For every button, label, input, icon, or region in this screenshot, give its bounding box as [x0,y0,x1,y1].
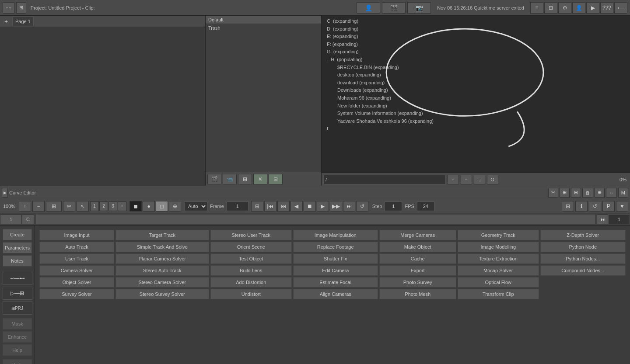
node-edit-camera[interactable]: Edit Camera [293,265,378,276]
grid-btn[interactable]: ⊞ [16,2,26,14]
vt-btn-2[interactable]: 📹 [223,174,237,184]
tree-item-moharam[interactable]: Moharam 96 (expanding) [325,94,626,102]
node-add-distortion[interactable]: Add Distortion [210,277,292,288]
loop-btn[interactable]: ↺ [356,201,368,211]
create-btn[interactable]: Create [3,229,32,240]
node-transform-clip[interactable]: Transform Clip [458,289,539,299]
vt-btn-1[interactable]: 🎬 [207,174,221,184]
go-start-btn[interactable]: |⏮ [264,201,276,211]
auto-select[interactable]: Auto [184,201,207,211]
tree-item-g[interactable]: G: (expanding) [325,48,626,56]
node-image-manipulation[interactable]: Image Manipulation [293,230,378,240]
node-image-modelling[interactable]: Image Modelling [458,242,539,252]
help-btn[interactable]: Help [3,344,32,356]
color-btn-3[interactable]: ◻ [156,201,168,211]
node-photo-survey[interactable]: Photo Survey [379,277,456,288]
layout-btn[interactable]: ⊟ [544,2,557,14]
timeline-end-btn[interactable]: |⏭ [597,215,608,224]
ce-toggle-btn[interactable]: ▶ [2,188,8,198]
tree-item-yadvare[interactable]: Yadvare Shohada Veleshkola 96 (expanding… [325,118,626,125]
tool-icon-2[interactable]: ▷—⊞ [3,287,32,300]
node-survey-solver[interactable]: Survey Solver [39,289,114,299]
tree-item-d[interactable]: D: (expanding) [325,25,626,33]
num-btn-3[interactable]: 3 [108,201,117,211]
path-g-btn[interactable]: G [487,175,498,184]
node-target-track[interactable]: Target Track [116,230,209,240]
ce-paste-btn[interactable]: ⊟ [571,188,581,198]
info-btn[interactable]: ℹ [575,201,588,211]
back-btn[interactable]: ⟵ [614,2,627,14]
p-btn[interactable]: P [602,201,615,211]
tree-item-f[interactable]: F: (expanding) [325,41,626,49]
node-z-depth-solver[interactable]: Z-Depth Solver [540,230,626,240]
tree-item-downloads[interactable]: Downloads (expanding) [325,87,626,94]
vt-btn-4[interactable]: ✕ [253,174,267,184]
frame-input[interactable] [227,201,248,211]
color-btn-2[interactable]: ● [143,201,155,211]
tree-item-c[interactable]: C: (expanding) [325,17,626,25]
prev-frame-btn[interactable]: ◀ [290,201,303,211]
node-python-nodes[interactable]: Python Nodes... [540,253,626,264]
timeline-bar[interactable] [36,215,595,224]
num-btn-plus[interactable]: + [118,201,126,211]
path-minus-btn[interactable]: − [461,175,472,184]
tool-icon-1[interactable]: ⊸—⊷ [3,272,32,285]
ce-add-btn[interactable]: ⊕ [595,188,605,198]
fit-btn[interactable]: ⊞ [46,201,62,211]
undo-btn[interactable]: Undo [3,359,32,364]
go-end-btn[interactable]: ⏭ [343,201,355,211]
node-build-lens[interactable]: Build Lens [210,265,292,276]
select-btn[interactable]: ↖ [77,201,89,211]
node-align-cameras[interactable]: Align Cameras [293,289,378,299]
node-stereo-camera-solver[interactable]: Stereo Camera Solver [116,277,209,288]
enhance-btn[interactable]: Enhance [3,331,32,343]
parameters-btn[interactable]: Parameters [3,242,32,253]
zoom-in-btn[interactable]: + [19,201,31,211]
node-orient-scene[interactable]: Orient Scene [210,242,292,252]
node-python-node[interactable]: Python Node [540,242,626,252]
page1-tab[interactable]: Page 1 [12,17,34,26]
clapboard-btn[interactable]: 🎬 [382,2,406,14]
tree-item-sysvolinfo[interactable]: System Volume Information (expanding) [325,110,626,118]
monitor-btn[interactable]: ⊟ [251,201,263,211]
people-btn[interactable]: 👤 [357,2,380,14]
color-btn-1[interactable]: ◼ [130,201,142,211]
node-camera-solver[interactable]: Camera Solver [39,265,114,276]
node-make-object[interactable]: Make Object [379,242,456,252]
node-export[interactable]: Export [379,265,456,276]
node-merge-cameras[interactable]: Merge Cameras [379,230,456,240]
next-key-btn[interactable]: ▶▶ [330,201,342,211]
ce-link-btn[interactable]: ↔ [606,188,617,198]
render-btn[interactable]: ⊟ [562,201,574,211]
prev-key-btn[interactable]: ⏮ [277,201,290,211]
node-geometry-track[interactable]: Geometry Track [458,230,539,240]
ce-copy-btn[interactable]: ⊞ [560,188,570,198]
num-btn-2[interactable]: 2 [99,201,108,211]
play-btn-top[interactable]: ▶ [586,2,599,14]
clip-btn[interactable]: ✂ [63,201,75,211]
tree-item-desktop[interactable]: desktop (expanding) [325,71,626,79]
fps-input[interactable] [417,201,434,211]
zoom-out-btn[interactable]: − [32,201,45,211]
node-cache[interactable]: Cache [379,253,456,264]
node-stereo-survey-solver[interactable]: Stereo Survey Solver [116,289,209,299]
camera-btn[interactable]: 📷 [407,2,431,14]
node-texture-extraction[interactable]: Texture Extraction [458,253,539,264]
path-more-btn[interactable]: ... [474,175,485,184]
tool-icon-3[interactable]: ⊞PRJ [3,302,32,315]
node-replace-footage[interactable]: Replace Footage [293,242,378,252]
node-planar-camera-solver[interactable]: Planar Camera Solver [116,253,209,264]
node-stereo-user-track[interactable]: Stereo User Track [210,230,292,240]
node-optical-flow[interactable]: Optical Flow [458,277,539,288]
node-simple-track-and-solve[interactable]: Simple Track And Solve [116,242,209,252]
help-top-btn[interactable]: ??? [600,2,613,14]
node-undistort[interactable]: Undistort [210,289,292,299]
vt-btn-3[interactable]: ⊞ [238,174,252,184]
notes-btn[interactable]: Notes [3,255,32,267]
settings-btn[interactable]: ⚙ [558,2,571,14]
node-photo-mesh[interactable]: Photo Mesh [379,289,456,299]
path-input[interactable] [323,175,446,184]
timeline-c-btn[interactable]: C [22,215,34,224]
add-page-btn[interactable]: + [2,17,10,26]
expand-btn[interactable]: ▼ [616,201,628,211]
